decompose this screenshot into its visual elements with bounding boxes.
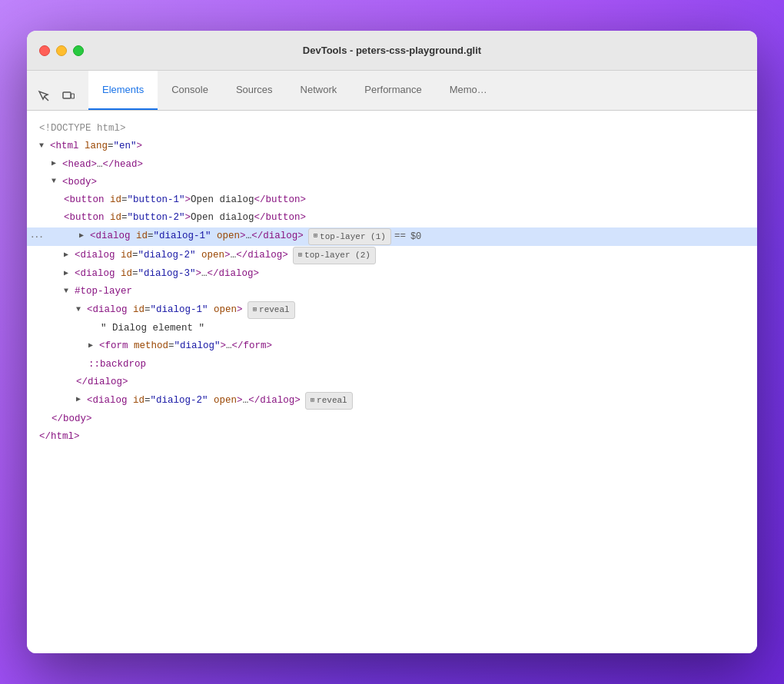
top-layer-badge-1[interactable]: ⊞ top-layer (1) [308,228,391,246]
window-title: DevTools - peters-css-playground.glit [303,45,481,56]
dialog2-triangle[interactable] [64,251,73,261]
dom-body-close: </body> [27,410,757,428]
maximize-button[interactable] [73,45,84,56]
dom-top-layer[interactable]: #top-layer [27,283,757,300]
dom-dialog1-close: </dialog> [27,374,757,391]
tabs-bar: Elements Console Sources Network Perform… [27,71,757,111]
tab-sources[interactable]: Sources [222,71,287,110]
dom-backdrop: ::backdrop [27,356,757,374]
dom-dialog2[interactable]: <dialog id = "dialog-2" open > … </dialo… [27,246,757,265]
tab-memory[interactable]: Memo… [436,71,501,110]
traffic-lights [39,45,84,56]
toolbar-icons [33,85,79,110]
tab-network[interactable]: Network [287,71,351,110]
top-layer-badge-2[interactable]: ⊞ top-layer (2) [293,247,376,264]
dom-button1[interactable]: <button id = "button-1" > Open dialog </… [27,191,757,209]
tab-console[interactable]: Console [158,71,222,110]
dialog1-triangle[interactable] [79,232,88,241]
form-triangle[interactable] [88,342,98,351]
dialog3-triangle[interactable] [64,270,73,279]
head-triangle[interactable] [51,160,61,169]
dom-html-close: </html> [27,428,757,446]
titlebar: DevTools - peters-css-playground.glit [27,31,757,71]
dom-button2[interactable]: <button id = "button-2" > Open dialog </… [27,209,757,227]
dom-doctype: <!DOCTYPE html> [27,120,757,138]
dom-dialog1-expanded[interactable]: <dialog id = "dialog-1" open > ⊞ reveal [27,300,757,320]
top-layer-triangle[interactable] [64,287,73,297]
dom-dialog-text: " Dialog element " [27,320,757,337]
device-toolbar-button[interactable] [58,85,79,107]
dom-dialog2-reveal[interactable]: <dialog id = "dialog-2" open > … </dialo… [27,391,757,410]
dom-html-open[interactable]: <html lang = "en" > [27,138,757,155]
elements-panel: <!DOCTYPE html> <html lang = "en" > <hea… [27,111,757,653]
body-triangle[interactable] [51,178,61,187]
svg-rect-1 [63,92,71,98]
html-triangle[interactable] [39,142,48,151]
dialog2-reveal-triangle[interactable] [76,396,85,405]
devtools-window: DevTools - peters-css-playground.glit El… [27,31,757,653]
svg-line-0 [45,97,48,101]
dom-dialog3[interactable]: <dialog id = "dialog-3" > … </dialog> [27,265,757,283]
inspector-button[interactable] [33,85,55,107]
close-button[interactable] [39,45,50,56]
reveal-badge-1[interactable]: ⊞ reveal [247,301,295,319]
dialog1-exp-triangle[interactable] [76,306,85,315]
tab-elements[interactable]: Elements [88,71,158,110]
minimize-button[interactable] [56,45,67,56]
dom-head[interactable]: <head> … </head> [27,156,757,174]
tab-performance[interactable]: Performance [350,71,435,110]
dollar-zero: $0 [410,229,421,244]
svg-rect-2 [71,94,75,98]
dom-dots[interactable]: ··· [30,230,43,244]
dom-form[interactable]: <form method = "dialog" > … </form> [27,337,757,355]
dom-body-open[interactable]: <body> [27,174,757,191]
dom-dialog1[interactable]: ··· <dialog id = "dialog-1" open > … </d… [27,227,757,247]
reveal-badge-2[interactable]: ⊞ reveal [305,392,353,410]
